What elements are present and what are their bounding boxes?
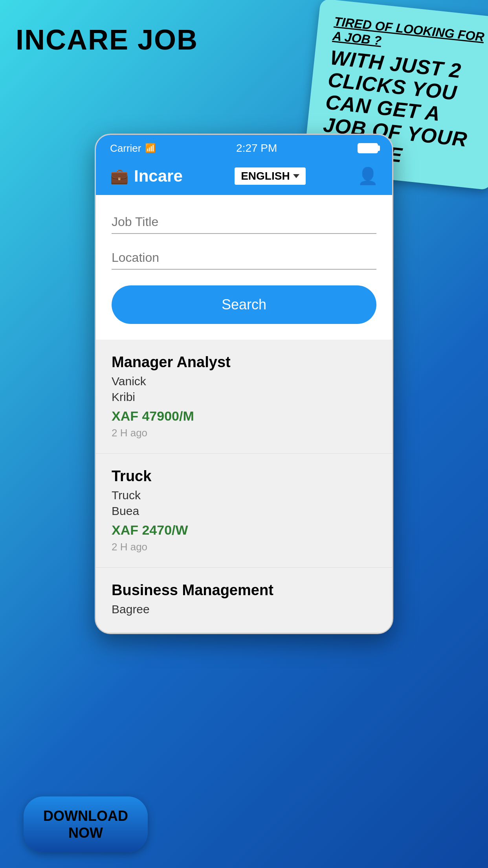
battery-icon	[358, 143, 378, 153]
job-company-0: Vanick	[112, 375, 376, 388]
search-button[interactable]: Search	[112, 285, 376, 324]
briefcase-icon: 💼	[110, 167, 128, 185]
app-name: Incare	[134, 167, 183, 186]
job-title-2: Business Management	[112, 582, 376, 599]
carrier-label: Carrier 📶	[110, 142, 156, 154]
chevron-down-icon	[293, 174, 299, 178]
download-line2: NOW	[68, 825, 103, 841]
language-label: ENGLISH	[241, 170, 290, 182]
job-list: Manager Analyst Vanick Kribi XAF 47900/M…	[96, 340, 392, 633]
language-selector[interactable]: ENGLISH	[235, 167, 305, 185]
job-company-1: Truck	[112, 489, 376, 502]
app-header: 💼 Incare ENGLISH 👤	[96, 158, 392, 195]
job-title-1: Truck	[112, 468, 376, 485]
download-now-button[interactable]: DOWNLOAD NOW	[24, 796, 148, 852]
search-section: Search	[96, 195, 392, 340]
job-salary-1: XAF 2470/W	[112, 522, 376, 538]
phone-mockup: Carrier 📶 2:27 PM 💼 Incare ENGLISH 👤 Sea…	[95, 134, 393, 634]
job-salary-0: XAF 47900/M	[112, 408, 376, 424]
status-time: 2:27 PM	[236, 142, 277, 154]
status-bar: Carrier 📶 2:27 PM	[96, 135, 392, 158]
user-profile-icon[interactable]: 👤	[358, 166, 378, 186]
job-title-input[interactable]	[112, 211, 376, 234]
job-title-0: Manager Analyst	[112, 354, 376, 371]
job-card-1[interactable]: Truck Truck Buea XAF 2470/W 2 H ago	[96, 454, 392, 568]
brand-title: INCARE JOB	[16, 24, 198, 56]
job-card-0[interactable]: Manager Analyst Vanick Kribi XAF 47900/M…	[96, 340, 392, 454]
location-input[interactable]	[112, 246, 376, 270]
app-logo: 💼 Incare	[110, 167, 183, 186]
download-line1: DOWNLOAD	[43, 808, 128, 824]
job-location-1: Buea	[112, 504, 376, 518]
job-time-0: 2 H ago	[112, 427, 376, 439]
wifi-icon: 📶	[145, 143, 156, 153]
location-group	[112, 246, 376, 270]
job-card-2[interactable]: Business Management Bagree	[96, 568, 392, 633]
job-location-0: Kribi	[112, 390, 376, 404]
job-time-1: 2 H ago	[112, 541, 376, 553]
job-title-group	[112, 211, 376, 234]
job-company-2: Bagree	[112, 603, 376, 616]
